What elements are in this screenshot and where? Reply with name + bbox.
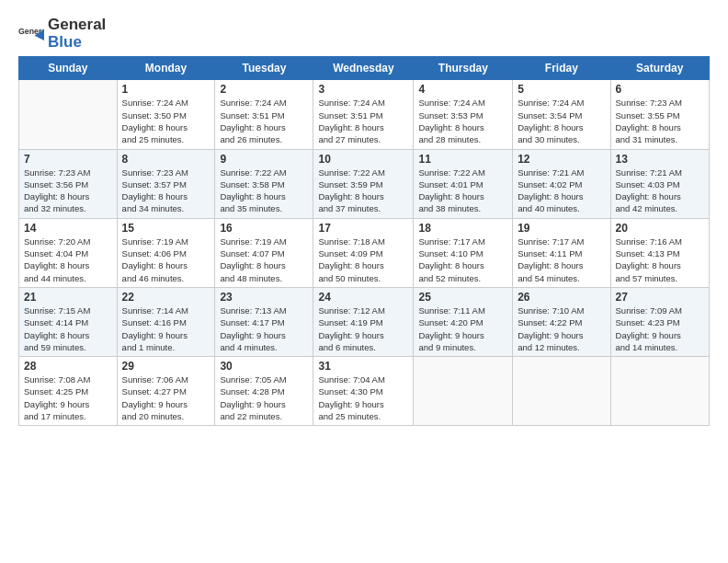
day-number: 19 [518,222,605,235]
calendar-cell: 5Sunrise: 7:24 AMSunset: 3:54 PMDaylight… [513,80,610,149]
page: General General Blue SundayMondayTuesday… [0,0,728,435]
day-info: Sunrise: 7:10 AMSunset: 4:22 PMDaylight:… [518,304,605,353]
calendar-cell: 31Sunrise: 7:04 AMSunset: 4:30 PMDayligh… [313,357,414,426]
calendar-cell: 13Sunrise: 7:21 AMSunset: 4:03 PMDayligh… [610,149,709,218]
day-info: Sunrise: 7:22 AMSunset: 4:01 PMDaylight:… [418,167,507,215]
day-info: Sunrise: 7:15 AMSunset: 4:14 PMDaylight:… [24,304,112,353]
calendar-cell: 12Sunrise: 7:21 AMSunset: 4:02 PMDayligh… [513,149,610,218]
calendar-cell: 6Sunrise: 7:23 AMSunset: 3:55 PMDaylight… [610,80,709,149]
day-number: 31 [318,360,408,373]
calendar-cell: 18Sunrise: 7:17 AMSunset: 4:10 PMDayligh… [414,218,513,287]
calendar-week-row: 28Sunrise: 7:08 AMSunset: 4:25 PMDayligh… [19,357,710,426]
day-info: Sunrise: 7:21 AMSunset: 4:02 PMDaylight:… [518,167,605,215]
day-info: Sunrise: 7:24 AMSunset: 3:51 PMDaylight:… [220,97,308,145]
day-info: Sunrise: 7:24 AMSunset: 3:50 PMDaylight:… [122,97,210,145]
calendar-cell: 23Sunrise: 7:13 AMSunset: 4:17 PMDayligh… [215,287,313,356]
day-info: Sunrise: 7:20 AMSunset: 4:04 PMDaylight:… [24,236,112,284]
calendar-cell: 7Sunrise: 7:23 AMSunset: 3:56 PMDaylight… [19,149,118,218]
day-info: Sunrise: 7:11 AMSunset: 4:20 PMDaylight:… [418,304,507,353]
day-info: Sunrise: 7:08 AMSunset: 4:25 PMDaylight:… [24,373,112,422]
day-info: Sunrise: 7:24 AMSunset: 3:51 PMDaylight:… [318,97,408,145]
calendar-cell: 28Sunrise: 7:08 AMSunset: 4:25 PMDayligh… [19,357,118,426]
calendar-week-row: 14Sunrise: 7:20 AMSunset: 4:04 PMDayligh… [19,218,710,287]
day-number: 4 [418,83,507,96]
day-number: 2 [220,83,308,96]
calendar-cell: 22Sunrise: 7:14 AMSunset: 4:16 PMDayligh… [117,287,215,356]
day-number: 7 [24,153,112,166]
day-info: Sunrise: 7:06 AMSunset: 4:27 PMDaylight:… [122,373,210,422]
day-info: Sunrise: 7:09 AMSunset: 4:23 PMDaylight:… [616,304,704,353]
day-number: 26 [518,291,605,304]
day-info: Sunrise: 7:23 AMSunset: 3:57 PMDaylight:… [122,167,210,215]
day-info: Sunrise: 7:05 AMSunset: 4:28 PMDaylight:… [220,373,308,422]
calendar-cell: 27Sunrise: 7:09 AMSunset: 4:23 PMDayligh… [610,287,709,356]
day-number: 17 [318,222,408,235]
day-number: 30 [220,360,308,373]
day-number: 16 [220,222,308,235]
day-number: 8 [122,153,210,166]
day-number: 10 [318,153,408,166]
day-number: 27 [616,291,704,304]
calendar-day-header: Tuesday [215,57,313,80]
calendar-cell [610,357,709,426]
calendar-cell [513,357,610,426]
calendar-cell: 1Sunrise: 7:24 AMSunset: 3:50 PMDaylight… [117,80,215,149]
day-number: 11 [418,153,507,166]
day-number: 20 [616,222,704,235]
day-number: 5 [518,83,605,96]
calendar-cell: 20Sunrise: 7:16 AMSunset: 4:13 PMDayligh… [610,218,709,287]
calendar-cell: 14Sunrise: 7:20 AMSunset: 4:04 PMDayligh… [19,218,118,287]
calendar-week-row: 1Sunrise: 7:24 AMSunset: 3:50 PMDaylight… [19,80,710,149]
calendar-cell: 29Sunrise: 7:06 AMSunset: 4:27 PMDayligh… [117,357,215,426]
calendar-day-header: Friday [513,57,610,80]
calendar-day-header: Sunday [19,57,118,80]
calendar-day-header: Thursday [414,57,513,80]
calendar-week-row: 7Sunrise: 7:23 AMSunset: 3:56 PMDaylight… [19,149,710,218]
calendar-cell: 2Sunrise: 7:24 AMSunset: 3:51 PMDaylight… [215,80,313,149]
calendar-day-header: Monday [117,57,215,80]
logo-general: General [48,17,106,34]
logo-text: General Blue [48,17,106,51]
day-info: Sunrise: 7:23 AMSunset: 3:55 PMDaylight:… [616,97,704,145]
calendar-cell: 9Sunrise: 7:22 AMSunset: 3:58 PMDaylight… [215,149,313,218]
day-info: Sunrise: 7:24 AMSunset: 3:54 PMDaylight:… [518,97,605,145]
day-number: 25 [418,291,507,304]
day-number: 3 [318,83,408,96]
day-info: Sunrise: 7:12 AMSunset: 4:19 PMDaylight:… [318,304,408,353]
calendar-cell [19,80,118,149]
logo: General General Blue [18,17,106,51]
calendar-header-row: SundayMondayTuesdayWednesdayThursdayFrid… [19,57,710,80]
calendar-cell: 26Sunrise: 7:10 AMSunset: 4:22 PMDayligh… [513,287,610,356]
day-info: Sunrise: 7:23 AMSunset: 3:56 PMDaylight:… [24,167,112,215]
day-info: Sunrise: 7:21 AMSunset: 4:03 PMDaylight:… [616,167,704,215]
calendar-cell: 15Sunrise: 7:19 AMSunset: 4:06 PMDayligh… [117,218,215,287]
calendar-cell [414,357,513,426]
calendar-cell: 21Sunrise: 7:15 AMSunset: 4:14 PMDayligh… [19,287,118,356]
calendar-cell: 30Sunrise: 7:05 AMSunset: 4:28 PMDayligh… [215,357,313,426]
calendar-cell: 17Sunrise: 7:18 AMSunset: 4:09 PMDayligh… [313,218,414,287]
day-number: 6 [616,83,704,96]
calendar-cell: 11Sunrise: 7:22 AMSunset: 4:01 PMDayligh… [414,149,513,218]
day-number: 12 [518,153,605,166]
calendar-day-header: Wednesday [313,57,414,80]
logo-icon: General [18,21,44,47]
day-info: Sunrise: 7:19 AMSunset: 4:07 PMDaylight:… [220,236,308,284]
calendar-cell: 16Sunrise: 7:19 AMSunset: 4:07 PMDayligh… [215,218,313,287]
day-info: Sunrise: 7:22 AMSunset: 3:59 PMDaylight:… [318,167,408,215]
day-number: 22 [122,291,210,304]
day-info: Sunrise: 7:17 AMSunset: 4:10 PMDaylight:… [418,236,507,284]
calendar-cell: 4Sunrise: 7:24 AMSunset: 3:53 PMDaylight… [414,80,513,149]
day-info: Sunrise: 7:13 AMSunset: 4:17 PMDaylight:… [220,304,308,353]
calendar-cell: 10Sunrise: 7:22 AMSunset: 3:59 PMDayligh… [313,149,414,218]
calendar-cell: 19Sunrise: 7:17 AMSunset: 4:11 PMDayligh… [513,218,610,287]
calendar-week-row: 21Sunrise: 7:15 AMSunset: 4:14 PMDayligh… [19,287,710,356]
day-number: 9 [220,153,308,166]
calendar-cell: 8Sunrise: 7:23 AMSunset: 3:57 PMDaylight… [117,149,215,218]
day-number: 1 [122,83,210,96]
calendar-table: SundayMondayTuesdayWednesdayThursdayFrid… [18,56,710,426]
calendar-cell: 25Sunrise: 7:11 AMSunset: 4:20 PMDayligh… [414,287,513,356]
day-info: Sunrise: 7:19 AMSunset: 4:06 PMDaylight:… [122,236,210,284]
day-info: Sunrise: 7:18 AMSunset: 4:09 PMDaylight:… [318,236,408,284]
day-info: Sunrise: 7:04 AMSunset: 4:30 PMDaylight:… [318,373,408,422]
day-number: 24 [318,291,408,304]
